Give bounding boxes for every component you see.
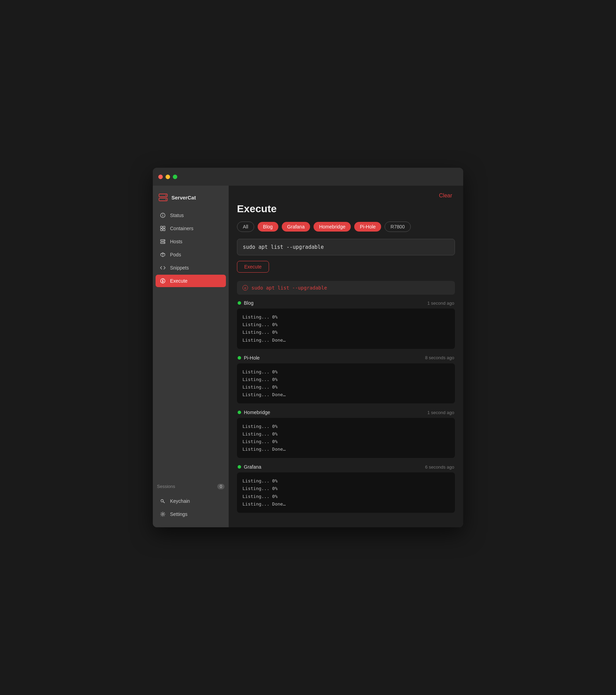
server-icon — [160, 238, 166, 245]
sidebar-item-keychain-label: Keychain — [170, 498, 190, 504]
result-header: Blog1 second ago — [237, 300, 455, 306]
terminal-line: Listing... 0% — [242, 438, 449, 446]
app-body: ServerCat Status — [153, 186, 463, 527]
filter-chip-pihole[interactable]: Pi-Hole — [354, 222, 381, 232]
svg-point-6 — [162, 214, 163, 215]
result-header: Homebridge1 second ago — [237, 410, 455, 415]
sidebar-item-snippets[interactable]: Snippets — [156, 262, 226, 274]
clear-button[interactable]: Clear — [436, 191, 455, 200]
result-time: 6 seconds ago — [425, 464, 454, 470]
results-container: Blog1 second agoListing... 0%Listing... … — [237, 300, 455, 513]
sidebar-item-status-label: Status — [170, 213, 184, 218]
sidebar-item-keychain[interactable]: Keychain — [156, 495, 226, 507]
status-dot — [238, 411, 241, 414]
filter-chip-grafana[interactable]: Grafana — [282, 222, 310, 232]
bolt-icon — [160, 278, 166, 284]
sessions-bar: Sessions 0 — [153, 481, 229, 492]
terminal-line: Listing... Done… — [242, 446, 449, 453]
sidebar-item-hosts-label: Hosts — [170, 239, 182, 244]
svg-rect-10 — [163, 229, 165, 231]
sidebar-item-hosts[interactable]: Hosts — [156, 235, 226, 248]
command-echo-text: sudo apt list --upgradable — [251, 285, 327, 291]
terminal-line: Listing... 0% — [242, 321, 449, 329]
sidebar-item-containers[interactable]: Containers — [156, 222, 226, 235]
command-echo-bar: ⊘ sudo apt list --upgradable — [237, 281, 455, 295]
terminal-line: Listing... 0% — [242, 423, 449, 430]
sidebar-header: ServerCat — [153, 190, 229, 209]
terminal-line: Listing... 0% — [242, 477, 449, 485]
terminal-line: Listing... 0% — [242, 485, 449, 492]
result-host: Homebridge — [238, 410, 270, 415]
result-header: Grafana6 seconds ago — [237, 464, 455, 470]
host-name: Pi-Hole — [244, 355, 260, 361]
terminal-line: Listing... Done… — [242, 391, 449, 399]
terminal-output: Listing... 0%Listing... 0%Listing... 0%L… — [237, 363, 455, 403]
terminal-line: Listing... Done… — [242, 336, 449, 344]
command-input[interactable] — [243, 244, 449, 250]
svg-point-13 — [164, 240, 165, 241]
result-block: Blog1 second agoListing... 0%Listing... … — [237, 300, 455, 349]
main-content: Clear Execute All Blog Grafana Homebridg… — [229, 186, 463, 527]
sidebar-item-execute[interactable]: Execute — [156, 275, 226, 287]
gear-icon — [160, 511, 166, 517]
sidebar-bottom: Keychain Settings — [153, 492, 229, 523]
page-title: Execute — [237, 203, 455, 215]
filter-row: All Blog Grafana Homebridge Pi-Hole R780… — [237, 222, 455, 232]
sidebar-item-pods[interactable]: Pods — [156, 248, 226, 261]
result-block: Pi-Hole8 seconds agoListing... 0%Listing… — [237, 355, 455, 403]
sidebar-nav: Status Containers — [153, 209, 229, 481]
terminal-line: Listing... 0% — [242, 376, 449, 383]
terminal-line: Listing... 0% — [242, 313, 449, 321]
filter-chip-homebridge[interactable]: Homebridge — [314, 222, 351, 232]
sidebar-item-pods-label: Pods — [170, 252, 181, 257]
execute-button[interactable]: Execute — [237, 261, 269, 273]
traffic-lights — [158, 175, 177, 179]
terminal-line: Listing... 0% — [242, 493, 449, 500]
svg-point-14 — [164, 243, 165, 243]
terminal-output: Listing... 0%Listing... 0%Listing... 0%L… — [237, 418, 455, 458]
minimize-button[interactable] — [166, 175, 170, 179]
grid-icon — [160, 225, 166, 232]
svg-rect-9 — [161, 229, 163, 231]
command-input-wrap — [237, 239, 455, 255]
terminal-line: Listing... 0% — [242, 368, 449, 376]
result-host: Grafana — [238, 464, 261, 470]
sidebar-item-status[interactable]: Status — [156, 209, 226, 222]
result-time: 1 second ago — [427, 410, 454, 415]
command-echo-icon: ⊘ — [242, 285, 248, 291]
terminal-line: Listing... 0% — [242, 383, 449, 391]
titlebar — [153, 168, 463, 186]
info-circle-icon — [160, 212, 166, 218]
main-inner: Execute All Blog Grafana Homebridge Pi-H… — [229, 203, 463, 527]
filter-chip-blog[interactable]: Blog — [258, 222, 278, 232]
terminal-line: Listing... 0% — [242, 430, 449, 438]
host-name: Homebridge — [244, 410, 270, 415]
code-icon — [160, 265, 166, 271]
key-icon — [160, 498, 166, 504]
terminal-output: Listing... 0%Listing... 0%Listing... 0%L… — [237, 309, 455, 349]
app-window: ServerCat Status — [153, 168, 463, 527]
result-header: Pi-Hole8 seconds ago — [237, 355, 455, 361]
maximize-button[interactable] — [173, 175, 177, 179]
host-name: Blog — [244, 300, 254, 306]
filter-chip-r7800[interactable]: R7800 — [385, 222, 410, 232]
sessions-label: Sessions — [157, 484, 175, 489]
terminal-line: Listing... 0% — [242, 329, 449, 336]
svg-point-2 — [166, 195, 167, 196]
status-dot — [238, 356, 241, 360]
filter-chip-all[interactable]: All — [237, 222, 254, 232]
app-logo-icon — [158, 193, 168, 202]
app-title: ServerCat — [171, 195, 196, 200]
svg-point-3 — [166, 199, 167, 200]
result-block: Grafana6 seconds agoListing... 0%Listing… — [237, 464, 455, 512]
sidebar-item-snippets-label: Snippets — [170, 265, 189, 271]
terminal-line: Listing... Done… — [242, 500, 449, 508]
svg-point-19 — [162, 513, 164, 515]
sidebar: ServerCat Status — [153, 186, 229, 527]
svg-rect-8 — [163, 226, 165, 228]
result-host: Pi-Hole — [238, 355, 260, 361]
sidebar-item-settings[interactable]: Settings — [156, 508, 226, 520]
close-button[interactable] — [158, 175, 163, 179]
result-host: Blog — [238, 300, 254, 306]
terminal-output: Listing... 0%Listing... 0%Listing... 0%L… — [237, 472, 455, 512]
